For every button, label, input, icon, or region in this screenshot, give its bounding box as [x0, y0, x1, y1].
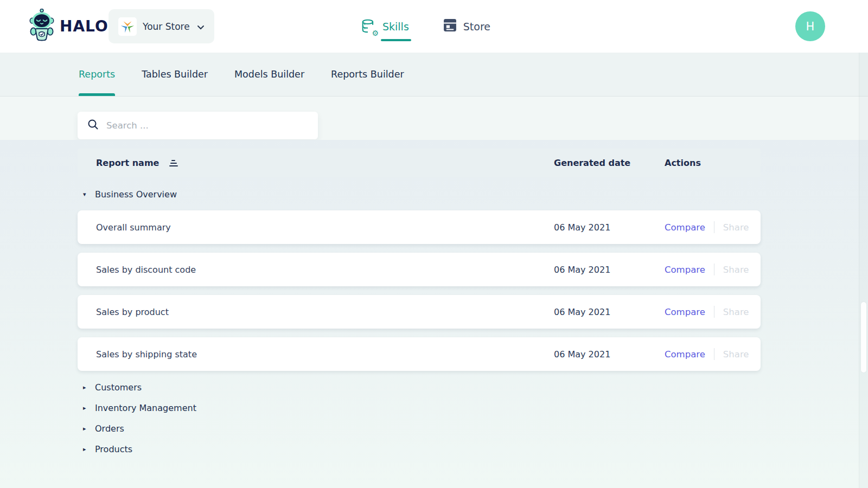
tab-label: Reports Builder — [331, 69, 404, 80]
table-header-row: Report name Generated date Actions — [78, 149, 761, 177]
search-band — [0, 97, 868, 140]
column-actions: Actions — [665, 158, 761, 168]
tab-label: Reports — [79, 69, 115, 80]
action-divider — [714, 264, 714, 275]
tab-models-builder[interactable]: Models Builder — [234, 53, 304, 96]
reports-subnav: Reports Tables Builder Models Builder Re… — [0, 53, 868, 97]
pinwheel-star-icon — [118, 17, 137, 36]
report-group-label: Orders — [95, 423, 124, 434]
report-row[interactable]: Sales by discount code06 May 2021Compare… — [78, 253, 761, 286]
report-group-row[interactable]: ▸Customers — [78, 380, 761, 395]
store-switcher-label: Your Store — [143, 21, 190, 32]
action-divider — [714, 348, 714, 360]
top-nav-label: Skills — [382, 21, 409, 33]
report-actions: CompareShare — [665, 306, 761, 318]
database-gear-icon: ⚙ — [361, 19, 376, 34]
report-generated-date: 06 May 2021 — [554, 349, 665, 359]
compare-link[interactable]: Compare — [665, 265, 705, 275]
caret-right-icon: ▸ — [83, 426, 88, 432]
report-row[interactable]: Overall summary06 May 2021CompareShare — [78, 210, 761, 244]
compare-link[interactable]: Compare — [665, 307, 705, 317]
app-header: HALO Your Store — [0, 0, 868, 53]
report-actions: CompareShare — [665, 348, 761, 360]
report-row[interactable]: Sales by shipping state06 May 2021Compar… — [78, 337, 761, 371]
report-group-row[interactable]: ▸Inventory Management — [78, 400, 761, 415]
column-generated-date: Generated date — [554, 158, 665, 168]
tab-reports[interactable]: Reports — [79, 53, 115, 96]
report-group-row[interactable]: ▾Business Overview — [78, 187, 761, 202]
report-group-label: Products — [95, 444, 132, 454]
report-name: Sales by shipping state — [78, 349, 554, 359]
report-group-row[interactable]: ▸Products — [78, 441, 761, 457]
scrollbar-thumb[interactable] — [861, 302, 866, 373]
share-link[interactable]: Share — [723, 349, 749, 359]
caret-right-icon: ▸ — [83, 384, 88, 390]
scrollbar-track[interactable] — [859, 53, 868, 488]
report-generated-date: 06 May 2021 — [554, 265, 665, 275]
halo-robot-icon — [27, 9, 56, 44]
report-row[interactable]: Sales by product06 May 2021CompareShare — [78, 295, 761, 329]
caret-right-icon: ▸ — [83, 405, 88, 411]
gear-icon: ⚙ — [372, 29, 379, 37]
share-link[interactable]: Share — [723, 222, 749, 233]
share-link[interactable]: Share — [723, 307, 749, 317]
report-group-label: Customers — [95, 382, 142, 393]
report-name: Overall summary — [78, 222, 554, 233]
report-group-label: Business Overview — [95, 189, 177, 200]
report-generated-date: 06 May 2021 — [554, 307, 665, 317]
report-actions: CompareShare — [665, 264, 761, 275]
report-name: Sales by discount code — [78, 265, 554, 275]
top-nav-label: Store — [463, 21, 490, 33]
action-divider — [714, 221, 714, 233]
tab-label: Models Builder — [234, 69, 304, 80]
compare-link[interactable]: Compare — [665, 349, 705, 359]
report-name: Sales by product — [78, 307, 554, 317]
tab-label: Tables Builder — [142, 69, 208, 80]
storefront-icon — [443, 18, 457, 35]
search-input[interactable] — [106, 120, 308, 131]
reports-main: Report name Generated date Actions ▾Busi… — [0, 140, 868, 488]
store-switcher-button[interactable]: Your Store — [108, 9, 214, 43]
brand-logo[interactable]: HALO — [27, 0, 108, 53]
report-group-row[interactable]: ▸Orders — [78, 421, 761, 436]
sort-ascending-icon[interactable] — [168, 158, 180, 168]
caret-down-icon: ▾ — [83, 191, 88, 197]
brand-name: HALO — [60, 17, 108, 35]
search-card — [78, 112, 318, 139]
tab-reports-builder[interactable]: Reports Builder — [331, 53, 404, 96]
report-actions: CompareShare — [665, 221, 761, 233]
column-report-name: Report name — [96, 158, 159, 168]
caret-right-icon: ▸ — [83, 446, 88, 452]
active-nav-underline — [381, 39, 411, 41]
top-nav: ⚙ Skills Store — [361, 0, 490, 53]
top-nav-store[interactable]: Store — [443, 0, 490, 53]
action-divider — [714, 306, 714, 318]
report-generated-date: 06 May 2021 — [554, 222, 665, 233]
user-avatar[interactable]: H — [795, 11, 825, 41]
compare-link[interactable]: Compare — [665, 222, 705, 233]
active-tab-underline — [79, 93, 115, 96]
tab-tables-builder[interactable]: Tables Builder — [142, 53, 208, 96]
report-group-label: Inventory Management — [95, 403, 196, 413]
top-nav-skills[interactable]: ⚙ Skills — [361, 0, 409, 53]
report-groups: ▾Business OverviewOverall summary06 May … — [78, 187, 761, 457]
search-magnifier-icon — [87, 119, 99, 132]
chevron-down-icon — [197, 21, 205, 32]
share-link[interactable]: Share — [723, 265, 749, 275]
